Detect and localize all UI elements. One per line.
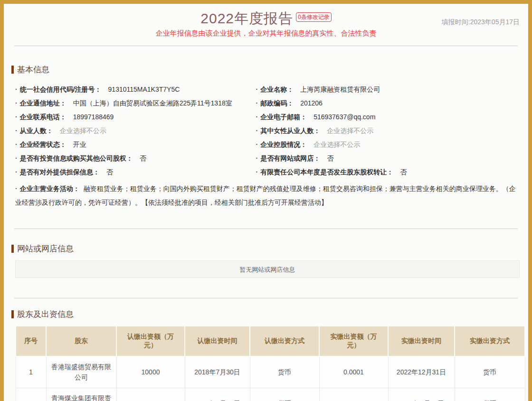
cell-paid-date: 2018年7月30日 (388, 388, 455, 401)
field-investment-info: 是否有投资信息或购买其他公司股权：否 (15, 152, 256, 165)
field-has-website: 是否有网站或网店：否 (256, 152, 521, 165)
cell-paid-date: 2022年12月31日 (388, 356, 455, 388)
table-row: 1 香港瑞盛德贸易有限公司 10000 2018年7月30日 货币 0.0001… (16, 356, 525, 388)
website-empty-notice: 暂无网站或网店信息 (15, 260, 520, 278)
field-holding-status: 企业控股情况：企业选择不公示 (256, 138, 521, 152)
bullet-icon (256, 154, 260, 162)
cell-index: 1 (16, 356, 46, 388)
field-guarantee-info: 是否有对外提供担保信息：否 (15, 165, 256, 179)
basic-info-fields: 统一社会信用代码/注册号：91310115MA1K3T7Y5C 企业名称：上海芮… (11, 83, 521, 179)
basic-info-heading: 基本信息 (11, 64, 521, 75)
cell-subscribed-amount: 30000 (116, 388, 185, 401)
bullet-icon (15, 185, 20, 192)
section-marker-icon (11, 66, 14, 74)
disclaimer-text: 企业年报信息由该企业提供，企业对其年报信息的真实性、合法性负责 (11, 29, 521, 38)
field-female-employee-count: 其中女性从业人数：企业选择不公示 (256, 124, 521, 138)
column-header-shareholder: 股东 (46, 326, 116, 356)
field-operating-status: 企业经营状态：开业 (15, 138, 256, 152)
cell-index: 2 (16, 388, 46, 401)
cell-subscribed-method: 货币 (250, 356, 319, 388)
section-divider (14, 229, 518, 229)
bullet-icon (256, 141, 260, 148)
header-divider (14, 46, 518, 46)
field-employee-count: 从业人数：企业选择不公示 (15, 124, 256, 138)
table-header-row: 序号 股东 认缴出资额（万元） 认缴出资时间 认缴出资方式 实缴出资额（万元） … (16, 326, 525, 356)
shareholders-heading-label: 股东及出资信息 (17, 309, 74, 320)
shareholders-table: 序号 股东 认缴出资额（万元） 认缴出资时间 认缴出资方式 实缴出资额（万元） … (15, 325, 525, 401)
field-main-business: 企业主营业务活动：融资租赁业务；租赁业务；向国内外购买租赁财产；租赁财产的残值处… (11, 182, 521, 210)
section-marker-icon (11, 310, 14, 318)
modification-records-badge[interactable]: 0条修改记录 (296, 12, 332, 22)
bullet-icon (15, 154, 20, 162)
bullet-icon (256, 86, 260, 93)
field-email: 企业电子邮箱：516937637@qq.com (256, 110, 521, 124)
field-postal-code: 邮政编码：201206 (256, 96, 521, 110)
column-header-paid-amount: 实缴出资额（万元） (319, 326, 388, 356)
website-info-section: 网站或网店信息 暂无网站或网店信息 (11, 243, 521, 278)
cell-subscribed-method: 货币 (250, 388, 319, 401)
column-header-paid-date: 实缴出资时间 (388, 326, 455, 356)
cell-paid-method: 货币 (455, 388, 525, 401)
cell-paid-amount: 30000 (319, 388, 388, 401)
bullet-icon (15, 141, 20, 148)
bullet-icon (15, 113, 20, 121)
cell-shareholder: 香港瑞盛德贸易有限公司 (46, 356, 116, 388)
website-info-heading-label: 网站或网店信息 (17, 243, 74, 254)
bullet-icon (15, 168, 20, 176)
page-title: 2022年度报告 (200, 10, 293, 27)
annual-report-page: 2022年度报告 0条修改记录 填报时间:2023年05月17日 企业年报信息由… (4, 4, 528, 401)
cell-paid-method: 货币 (455, 356, 525, 388)
cell-subscribed-date: 2018年7月30日 (185, 356, 250, 388)
section-marker-icon (11, 245, 14, 253)
website-empty-text: 暂无网站或网店信息 (240, 266, 295, 273)
column-header-index: 序号 (16, 326, 46, 356)
field-address: 企业通信地址：中国（上海）自由贸易试验区金湘路225弄11号1318室 (15, 96, 256, 110)
bullet-icon (256, 168, 260, 176)
field-credit-code: 统一社会信用代码/注册号：91310115MA1K3T7Y5C (15, 83, 256, 96)
report-time-label: 填报时间:2023年05月17日 (442, 18, 520, 27)
website-info-heading: 网站或网店信息 (11, 243, 521, 254)
bullet-icon (256, 127, 260, 134)
field-company-name: 企业名称：上海芮康融资租赁有限公司 (256, 83, 521, 96)
title-row: 2022年度报告 0条修改记录 (200, 10, 331, 27)
section-divider (14, 298, 518, 298)
shareholders-section: 股东及出资信息 序号 股东 认缴出资额（万元） 认缴出资时间 认缴出资方式 实缴… (11, 309, 521, 401)
cell-subscribed-amount: 10000 (116, 356, 185, 388)
basic-info-heading-label: 基本信息 (17, 64, 49, 75)
report-header: 2022年度报告 0条修改记录 填报时间:2023年05月17日 企业年报信息由… (11, 4, 521, 38)
column-header-subscribed-method: 认缴出资方式 (250, 326, 319, 356)
cell-shareholder: 青海煤业集团有限责任公司 (46, 388, 116, 401)
shareholders-heading: 股东及出资信息 (11, 309, 521, 320)
bullet-icon (15, 99, 20, 107)
basic-info-section: 基本信息 统一社会信用代码/注册号：91310115MA1K3T7Y5C 企业名… (11, 64, 521, 210)
bullet-icon (15, 86, 20, 93)
bullet-icon (256, 113, 260, 121)
cell-paid-amount: 0.0001 (319, 356, 388, 388)
field-phone: 企业联系电话：18997188469 (15, 110, 256, 124)
column-header-subscribed-date: 认缴出资时间 (185, 326, 250, 356)
column-header-paid-method: 实缴出资方式 (455, 326, 525, 356)
cell-subscribed-date: 2018年7月30日 (185, 388, 250, 401)
field-equity-transfer: 有限责任公司本年度是否发生股东股权转让：否 (256, 165, 521, 179)
table-row: 2 青海煤业集团有限责任公司 30000 2018年7月30日 货币 30000… (16, 388, 525, 401)
bullet-icon (15, 127, 20, 134)
bullet-icon (256, 99, 260, 107)
column-header-subscribed-amount: 认缴出资额（万元） (116, 326, 185, 356)
